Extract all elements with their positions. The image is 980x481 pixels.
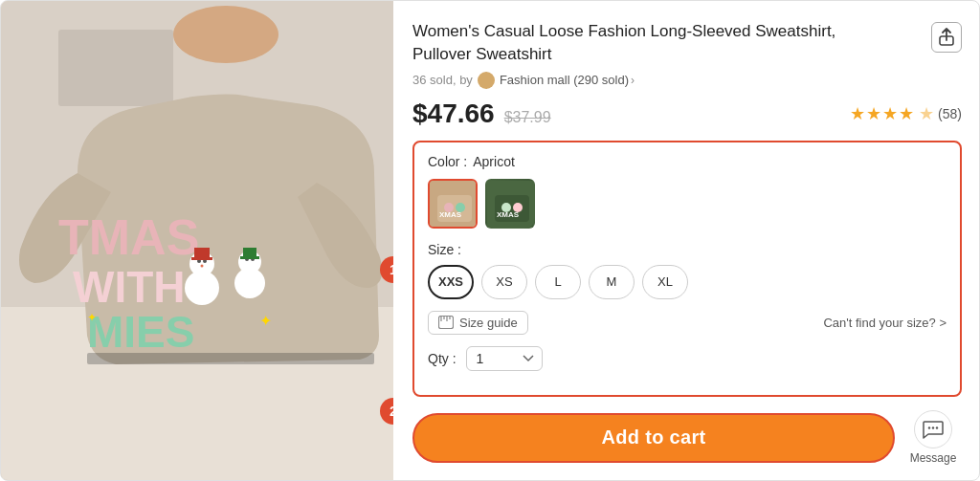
size-guide-row: Size guide Can't find your size? > [428,311,947,335]
size-guide-label: Size guide [459,316,518,330]
swatch-green-img: XMAS [487,181,535,229]
svg-point-11 [201,265,204,268]
svg-text:TMAS: TMAS [58,209,199,265]
svg-text:XMAS: XMAS [497,210,520,219]
swatch-apricot-img: XMAS [430,181,478,229]
message-icon [914,410,952,448]
options-box: Color : Apricot XMAS [412,141,962,397]
size-xs[interactable]: XS [481,265,527,299]
svg-rect-19 [240,256,259,259]
svg-rect-12 [194,248,210,258]
size-options: XXS XS L M XL [428,265,947,299]
qty-select[interactable]: 1 2 3 4 5 [466,346,543,371]
message-button[interactable]: Message [904,410,962,465]
color-swatch-green[interactable]: XMAS [485,179,535,229]
svg-point-39 [928,426,930,428]
seller-link[interactable]: Fashion mall (290 sold) [500,73,629,87]
size-l[interactable]: L [535,265,581,299]
product-details-section: Women's Casual Loose Fashion Long-Sleeve… [393,1,979,480]
svg-text:XMAS: XMAS [439,210,462,219]
product-image-section: TMAS WITH MIES [1,1,393,481]
seller-chevron: › [631,74,635,87]
svg-rect-18 [243,248,256,257]
chat-bubble-icon [923,420,944,439]
svg-point-41 [936,426,938,428]
svg-text:MIES: MIES [87,307,194,357]
svg-point-40 [932,426,934,428]
share-icon [938,28,955,47]
page-wrapper: TMAS WITH MIES [0,0,980,481]
svg-rect-2 [58,30,173,106]
rating-group: ★★★★★ (58) [850,103,962,124]
color-value: Apricot [473,154,515,169]
add-to-cart-row: Add to cart Message [412,410,962,465]
message-label: Message [910,451,957,465]
half-star-icon: ★ [919,103,934,124]
svg-text:✦: ✦ [87,311,97,324]
svg-text:✦: ✦ [259,313,272,329]
price-rating-row: $47.66 $37.99 ★★★★★ (58) [412,98,962,129]
size-m[interactable]: M [589,265,635,299]
full-stars: ★★★★ [850,103,915,124]
product-image: TMAS WITH MIES [1,1,393,481]
svg-text:WITH: WITH [73,262,186,312]
sold-count: 36 sold, by [412,73,473,87]
review-count: (58) [938,106,962,121]
svg-rect-13 [191,257,212,260]
size-label: Size : [428,242,947,257]
product-illustration: TMAS WITH MIES [1,1,393,481]
size-xl[interactable]: XL [642,265,688,299]
cant-find-size[interactable]: Can't find your size? > [823,316,947,330]
size-guide-button[interactable]: Size guide [428,311,528,335]
qty-row: Qty : 1 2 3 4 5 [428,346,947,371]
current-price: $47.66 [412,98,495,129]
svg-point-3 [173,6,278,63]
original-price: $37.99 [504,109,551,126]
add-to-cart-button[interactable]: Add to cart [412,413,895,463]
share-button[interactable] [931,22,962,53]
seller-avatar [478,72,495,89]
product-title: Women's Casual Loose Fashion Long-Sleeve… [412,20,835,66]
color-row: Color : Apricot [428,154,947,169]
color-swatches: XMAS XMAS [428,179,947,229]
seller-row: 36 sold, by Fashion mall (290 sold) › [412,72,962,89]
color-swatch-apricot[interactable]: XMAS [428,179,478,229]
ruler-icon [438,316,454,329]
price-group: $47.66 $37.99 [412,98,551,129]
title-row: Women's Casual Loose Fashion Long-Sleeve… [412,20,962,66]
svg-rect-22 [87,353,374,364]
size-xxs[interactable]: XXS [428,265,474,299]
qty-label: Qty : [428,351,457,366]
color-label: Color : [428,154,467,169]
